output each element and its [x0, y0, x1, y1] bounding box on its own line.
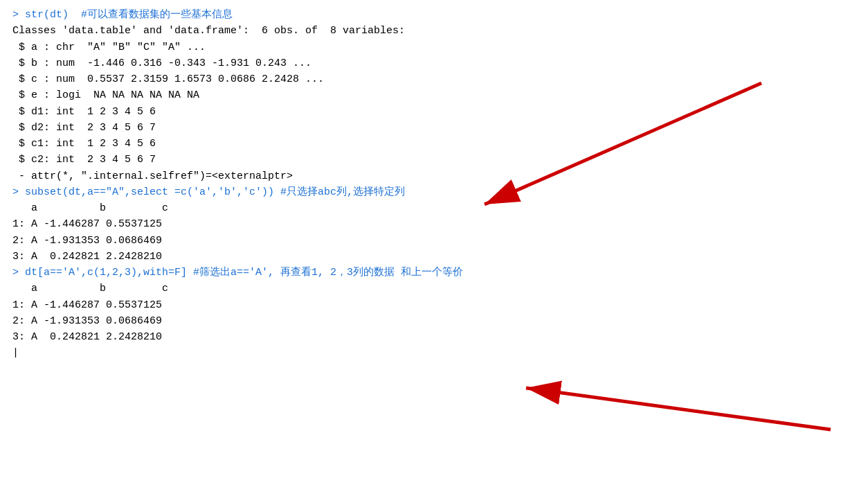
cursor-line[interactable]: |	[12, 345, 856, 361]
line-12: > subset(dt,a=="A",select =c('a','b','c'…	[12, 184, 856, 200]
line-11: - attr(*, ".internal.selfref")=<external…	[12, 168, 856, 184]
console-output: > str(dt) #可以查看数据集的一些基本信息 Classes 'data.…	[0, 0, 868, 369]
line-7: $ d1: int 1 2 3 4 5 6	[12, 104, 856, 120]
line-14: 1: A -1.446287 0.5537125	[12, 216, 856, 232]
line-18: a b c	[12, 281, 856, 297]
line-20: 2: A -1.931353 0.0686469	[12, 313, 856, 329]
line-15: 2: A -1.931353 0.0686469	[12, 233, 856, 249]
line-3: $ a : chr "A" "B" "C" "A" ...	[12, 39, 856, 55]
line-9: $ c1: int 1 2 3 4 5 6	[12, 136, 856, 152]
line-16: 3: A 0.242821 2.2428210	[12, 249, 856, 265]
line-21: 3: A 0.242821 2.2428210	[12, 329, 856, 345]
line-1: > str(dt) #可以查看数据集的一些基本信息	[12, 7, 856, 23]
line-8: $ d2: int 2 3 4 5 6 7	[12, 120, 856, 136]
line-2: Classes 'data.table' and 'data.frame': 6…	[12, 23, 856, 39]
line-10: $ c2: int 2 3 4 5 6 7	[12, 152, 856, 168]
line-19: 1: A -1.446287 0.5537125	[12, 297, 856, 313]
line-4: $ b : num -1.446 0.316 -0.343 -1.931 0.2…	[12, 55, 856, 71]
line-13: a b c	[12, 200, 856, 216]
arrow2-line	[526, 388, 831, 430]
line-17: > dt[a=='A',c(1,2,3),with=F] #筛选出a=='A',…	[12, 265, 856, 281]
line-5: $ c : num 0.5537 2.3159 1.6573 0.0686 2.…	[12, 71, 856, 87]
line-6: $ e : logi NA NA NA NA NA NA	[12, 87, 856, 103]
